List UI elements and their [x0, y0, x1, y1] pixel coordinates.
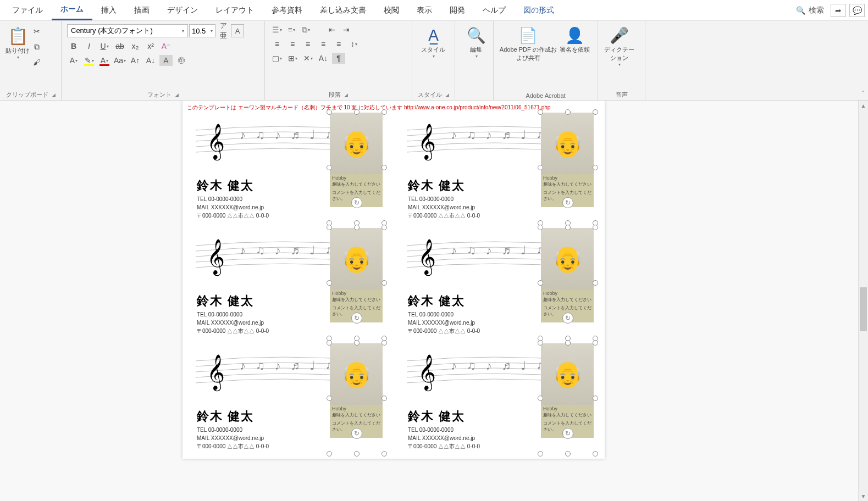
align-right-button[interactable]: ≡ [301, 38, 314, 49]
card-contact-info: TEL 00-0000-0000MAIL XXXXXX@word.ne.jp〒0… [408, 426, 480, 450]
collapse-ribbon-button[interactable]: ˄ [861, 90, 865, 98]
request-signature-button[interactable]: 👤 署名を依頼 [557, 24, 592, 62]
font-size-value: 10.5 [192, 27, 206, 35]
notes-icon: ♪ ♫ ♪ ♬ ♩ ♫ [451, 128, 549, 142]
cut-button[interactable]: ✂ [31, 25, 43, 37]
vertical-scrollbar[interactable]: ▲ ▼ [858, 101, 868, 501]
line-spacing-button[interactable]: ↕▾ [347, 38, 361, 49]
rotate-handle[interactable]: ↻ [562, 428, 573, 439]
italic-button[interactable]: I [82, 41, 96, 52]
increase-indent-button[interactable]: ⇥ [340, 24, 353, 35]
paragraph-dialog-launcher[interactable]: ◢ [344, 92, 348, 98]
align-center-button[interactable]: ≡ [286, 38, 299, 49]
highlight-button[interactable]: ✎▾ [82, 55, 96, 66]
photo-container[interactable]: 👴 Hobby 趣味を入力してください コメントを入力してください。 ↻ [330, 228, 384, 338]
group-font: Century (本文のフォント)▾ 10.5▾ ア亜 A B I U▾ ab … [62, 21, 265, 100]
photo-container[interactable]: 👴 Hobby 趣味を入力してください コメントを入力してください。 ↻ [541, 343, 595, 453]
tab-review[interactable]: 校閲 [375, 1, 408, 20]
clear-formatting-button[interactable]: A⁻ [159, 41, 173, 52]
change-case-button[interactable]: Aa▾ [113, 55, 126, 66]
search-box[interactable]: 🔍 検索 [796, 5, 824, 15]
enclose-characters-button[interactable]: ㊞ [175, 55, 188, 66]
ribbon: 📋 貼り付け ▾ ✂ ⧉ 🖌 クリップボード◢ Century (本文のフォント… [0, 21, 868, 101]
editing-button[interactable]: 🔍 編集 ▾ [461, 24, 491, 59]
tab-insert[interactable]: 挿入 [92, 1, 125, 20]
rotate-handle[interactable]: ↻ [562, 197, 573, 208]
tab-help[interactable]: ヘルプ [474, 1, 515, 20]
photo-container[interactable]: 👴 Hobby 趣味を入力してください コメントを入力してください。 ↻ [541, 113, 595, 222]
character-border-button[interactable]: A [231, 24, 244, 37]
tab-mailings[interactable]: 差し込み文書 [311, 1, 375, 20]
business-card: 𝄞 ♪ ♫ ♪ ♬ ♩ ♫ 鈴木 健太 TEL 00-0000-0000MAIL… [394, 113, 605, 228]
subscript-button[interactable]: x₂ [129, 41, 142, 52]
align-left-button[interactable]: ≡ [270, 38, 284, 49]
rotate-handle[interactable]: ↻ [351, 428, 362, 439]
tab-design[interactable]: デザイン [158, 1, 207, 20]
group-paragraph: ☰▾ ≡▾ ⧉▾ ⇤ ⇥ ≡ ≡ ≡ ≡ ≡ ↕▾ ▢▾ ⊞▾ ✕▾ A↓ ¶ … [265, 21, 412, 100]
text-effects-button[interactable]: A▾ [67, 55, 80, 66]
hobby-hint: 趣味を入力してください [332, 181, 380, 187]
tab-view[interactable]: 表示 [408, 1, 441, 20]
clipboard-dialog-launcher[interactable]: ◢ [52, 92, 56, 98]
hobby-hint: 趣味を入力してください [543, 412, 591, 418]
shrink-font-button[interactable]: A↓ [144, 55, 157, 66]
dictate-button[interactable]: 🎤 ディクテーション ▾ [604, 24, 634, 67]
tab-picture-format[interactable]: 図の形式 [515, 1, 563, 20]
tab-developer[interactable]: 開発 [441, 1, 474, 20]
justify-button[interactable]: ≡ [317, 38, 330, 49]
photo-container[interactable]: 👴 Hobby 趣味を入力してください コメントを入力してください。 ↻ [330, 113, 384, 222]
show-marks-button[interactable]: ¶ [332, 53, 345, 64]
character-shading-button[interactable]: A [159, 55, 173, 66]
copy-button[interactable]: ⧉ [31, 41, 43, 53]
superscript-button[interactable]: x² [144, 41, 157, 52]
borders-button[interactable]: ⊞▾ [286, 53, 299, 64]
create-pdf-button[interactable]: 📄 Adobe PDF の作成および共有 [499, 24, 557, 62]
photo-container[interactable]: 👴 Hobby 趣味を入力してください コメントを入力してください。 ↻ [541, 228, 595, 338]
tab-references[interactable]: 参考資料 [263, 1, 311, 20]
underline-button[interactable]: U▾ [98, 41, 111, 52]
rotate-handle[interactable]: ↻ [351, 197, 362, 208]
numbering-button[interactable]: ≡▾ [285, 24, 298, 35]
styles-dialog-launcher[interactable]: ◢ [445, 92, 449, 98]
styles-button[interactable]: A̲ スタイル ▾ [418, 24, 449, 59]
multilevel-list-button[interactable]: ⧉▾ [299, 24, 312, 35]
share-button[interactable]: ➦ [831, 4, 846, 17]
styles-group-label: スタイル [418, 91, 442, 99]
photo-container[interactable]: 👴 Hobby 趣味を入力してください コメントを入力してください。 ↻ [330, 343, 384, 453]
shading-button[interactable]: ▢▾ [270, 53, 284, 64]
hobby-hint: 趣味を入力してください [543, 181, 591, 187]
comments-button[interactable]: 💬 [849, 4, 865, 17]
tab-file[interactable]: ファイル [3, 1, 52, 20]
decrease-indent-button[interactable]: ⇤ [325, 24, 339, 35]
photo-placeholder: 👴 [330, 228, 383, 290]
scroll-thumb[interactable] [860, 287, 867, 331]
grow-font-button[interactable]: A↑ [129, 55, 142, 66]
bullets-button[interactable]: ☰▾ [270, 24, 284, 35]
distributed-button[interactable]: ≡ [332, 38, 345, 49]
notes-icon: ♪ ♫ ♪ ♬ ♩ ♫ [240, 243, 338, 258]
font-dialog-launcher[interactable]: ◢ [175, 92, 179, 98]
sort-button[interactable]: A↓ [317, 53, 330, 64]
rotate-handle[interactable]: ↻ [562, 313, 573, 324]
rotate-handle[interactable]: ↻ [351, 313, 362, 324]
card-name: 鈴木 健太 [197, 408, 254, 425]
document-area[interactable]: このテンプレートは エーワン製マルチカード（名刺）フチまで 10 面 に対応して… [0, 101, 858, 501]
tab-home[interactable]: ホーム [52, 0, 92, 20]
asian-layout-button[interactable]: ✕▾ [301, 53, 314, 64]
bold-button[interactable]: B [67, 41, 80, 52]
treble-clef-icon: 𝄞 [207, 124, 225, 159]
format-painter-button[interactable]: 🖌 [31, 56, 43, 68]
font-name-value: Century (本文のフォント) [71, 26, 153, 36]
tab-draw[interactable]: 描画 [125, 1, 158, 20]
phonetic-guide-button[interactable]: ア亜 [217, 24, 230, 37]
font-name-combo[interactable]: Century (本文のフォント)▾ [67, 24, 188, 37]
card-contact-info: TEL 00-0000-0000MAIL XXXXXX@word.ne.jp〒0… [408, 310, 480, 335]
card-contact-info: TEL 00-0000-0000MAIL XXXXXX@word.ne.jp〒0… [197, 310, 269, 335]
scroll-down-button[interactable]: ▼ [859, 491, 868, 501]
font-color-button[interactable]: A▾ [98, 55, 111, 66]
strikethrough-button[interactable]: ab [113, 41, 126, 52]
tab-layout[interactable]: レイアウト [207, 1, 263, 20]
paste-button[interactable]: 📋 貼り付け ▾ [5, 24, 30, 76]
scroll-up-button[interactable]: ▲ [859, 101, 868, 110]
font-size-combo[interactable]: 10.5▾ [189, 24, 215, 37]
